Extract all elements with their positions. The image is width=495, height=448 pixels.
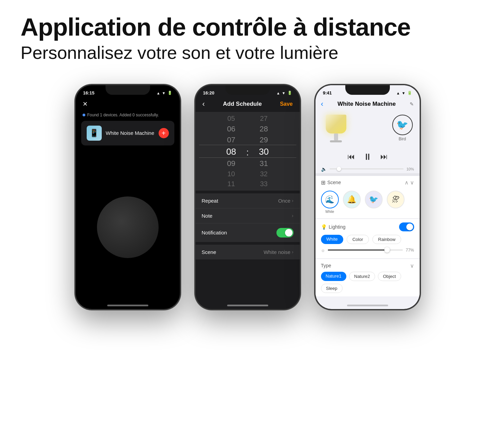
hour-08[interactable]: 08 bbox=[218, 146, 245, 158]
type-nature2-button[interactable]: Nature2 bbox=[349, 272, 375, 281]
color-color-button[interactable]: Color bbox=[347, 235, 369, 244]
minutes-column[interactable]: 27 28 29 30 31 32 33 bbox=[250, 114, 277, 189]
type-buttons: Nature1 Nature2 Object Sleep bbox=[321, 272, 414, 293]
battery-icon: 🔋 bbox=[407, 91, 412, 95]
phone-3: 9:41 ▲ ▼ 🔋 ‹ White Noise Machine ✎ bbox=[314, 84, 421, 310]
type-object-button[interactable]: Object bbox=[378, 272, 401, 281]
min-32[interactable]: 32 bbox=[250, 169, 277, 179]
hour-10[interactable]: 10 bbox=[218, 169, 245, 179]
scene-section-2: Scene White noise › bbox=[196, 245, 300, 259]
device-control-circle[interactable] bbox=[97, 196, 159, 258]
brightness-row: ☼ 77% bbox=[321, 246, 414, 255]
color-buttons: White Color Rainbow bbox=[321, 231, 414, 246]
lighting-label: Lighting bbox=[329, 224, 346, 230]
type-label: Type bbox=[321, 263, 331, 268]
note-value: › bbox=[292, 213, 294, 218]
scene-header: ⊞ Scene ∧ ∨ bbox=[321, 179, 414, 186]
found-devices-text: Found 1 devices. Added 0 successfully. bbox=[76, 111, 180, 121]
brightness-slider[interactable] bbox=[328, 249, 403, 251]
back-button[interactable]: ‹ bbox=[202, 100, 205, 108]
back-button[interactable]: ‹ bbox=[321, 100, 323, 108]
scene-section: ⊞ Scene ∧ ∨ 🌊 White bbox=[315, 176, 420, 218]
notification-row[interactable]: Notification bbox=[196, 223, 300, 242]
volume-slider[interactable] bbox=[330, 168, 404, 169]
scene-item-bird[interactable]: 🐦 bbox=[365, 191, 383, 214]
lighting-header: 💡 Lighting bbox=[321, 222, 414, 231]
signal-icon: ▲ bbox=[276, 91, 280, 95]
notification-label: Notification bbox=[202, 230, 227, 235]
brightness-pct: 77% bbox=[406, 248, 414, 253]
lighting-toggle[interactable] bbox=[399, 222, 414, 231]
battery-icon: 🔋 bbox=[287, 91, 292, 95]
scene-item-white[interactable]: 🌊 White bbox=[321, 191, 339, 214]
type-expand-icon[interactable]: ∨ bbox=[410, 263, 414, 269]
phone3-time: 9:41 bbox=[323, 90, 332, 95]
bulb-icon: 💡 bbox=[321, 224, 327, 230]
hour-07[interactable]: 07 bbox=[218, 135, 245, 145]
scene-icons-list: 🌊 White 🔔 🐦 ⛈ bbox=[321, 189, 414, 215]
signal-icon: ▲ bbox=[157, 91, 160, 95]
save-button[interactable]: Save bbox=[280, 101, 293, 107]
hour-05[interactable]: 05 bbox=[218, 114, 245, 123]
play-pause-button[interactable]: ⏸ bbox=[363, 152, 372, 162]
min-29[interactable]: 29 bbox=[250, 135, 277, 145]
min-33[interactable]: 33 bbox=[250, 179, 277, 189]
sound-icon[interactable]: 🐦 bbox=[392, 115, 413, 135]
scene-grid-icon: ⊞ bbox=[321, 179, 325, 186]
chevron-up-icon: ∧ bbox=[405, 179, 409, 186]
repeat-label: Repeat bbox=[202, 198, 218, 204]
hour-09[interactable]: 09 bbox=[218, 158, 245, 169]
color-rainbow-button[interactable]: Rainbow bbox=[372, 235, 401, 244]
sound-display: 🐦 Bird bbox=[315, 111, 420, 149]
chevron-down-icon: ∨ bbox=[410, 179, 414, 186]
scene-item-storm[interactable]: ⛈ bbox=[387, 191, 405, 214]
type-header: Type ∨ bbox=[321, 263, 414, 269]
scene-row[interactable]: Scene White noise › bbox=[196, 245, 300, 259]
scene-value: White noise › bbox=[263, 249, 293, 255]
scene-white-label: White bbox=[325, 210, 334, 214]
schedule-title: Add Schedule bbox=[223, 101, 262, 107]
type-nature1-button[interactable]: Nature1 bbox=[321, 272, 346, 281]
phone1-close-bar: ✕ bbox=[76, 98, 180, 111]
repeat-row[interactable]: Repeat Once › bbox=[196, 193, 300, 208]
scene-bell-icon: 🔔 bbox=[343, 191, 361, 208]
note-label: Note bbox=[202, 213, 213, 219]
home-indicator bbox=[107, 305, 148, 306]
phone-1-screen: 16:15 ▲ ▼ 🔋 ✕ Found 1 devices. Added 0 s… bbox=[76, 85, 180, 309]
phones-container: 16:15 ▲ ▼ 🔋 ✕ Found 1 devices. Added 0 s… bbox=[0, 71, 495, 331]
page-header: Application de contrôle à distance Perso… bbox=[0, 0, 495, 71]
prev-button[interactable]: ⏮ bbox=[347, 152, 355, 161]
edit-button[interactable]: ✎ bbox=[410, 101, 414, 107]
min-28[interactable]: 28 bbox=[250, 124, 277, 134]
time-picker[interactable]: 05 06 07 08 09 10 11 : 27 28 29 bbox=[196, 112, 300, 191]
phone-1: 16:15 ▲ ▼ 🔋 ✕ Found 1 devices. Added 0 s… bbox=[75, 84, 181, 310]
min-31[interactable]: 31 bbox=[250, 158, 277, 169]
scene-expand[interactable]: ∧ ∨ bbox=[405, 179, 414, 186]
chevron-icon: › bbox=[292, 249, 294, 255]
next-button[interactable]: ⏭ bbox=[380, 152, 388, 161]
min-27[interactable]: 27 bbox=[250, 114, 277, 123]
add-device-button[interactable]: + bbox=[159, 128, 169, 138]
notification-toggle[interactable] bbox=[276, 228, 294, 238]
hour-11[interactable]: 11 bbox=[218, 179, 245, 189]
color-white-button[interactable]: White bbox=[321, 235, 343, 244]
note-row[interactable]: Note › bbox=[196, 208, 300, 223]
close-button[interactable]: ✕ bbox=[83, 100, 88, 108]
type-sleep-button[interactable]: Sleep bbox=[321, 284, 343, 293]
playback-controls: ⏮ ⏸ ⏭ bbox=[315, 149, 420, 165]
phone2-status-icons: ▲ ▼ 🔋 bbox=[276, 91, 292, 95]
phone1-status-bar: 16:15 ▲ ▼ 🔋 bbox=[76, 85, 180, 98]
min-30[interactable]: 30 bbox=[250, 146, 277, 158]
hour-06[interactable]: 06 bbox=[218, 124, 245, 134]
device-card-left: 📱 White Noise Machine bbox=[87, 126, 154, 141]
scene-storm-icon: ⛈ bbox=[387, 191, 405, 208]
device-card[interactable]: 📱 White Noise Machine + bbox=[81, 121, 174, 145]
scene-item-bell[interactable]: 🔔 bbox=[343, 191, 361, 214]
lamp-visual bbox=[322, 115, 350, 145]
phone2-time: 16:20 bbox=[203, 90, 214, 95]
thin-divider-2 bbox=[315, 258, 420, 259]
repeat-value: Once › bbox=[278, 198, 294, 204]
hours-column[interactable]: 05 06 07 08 09 10 11 bbox=[218, 114, 245, 189]
circle-area bbox=[76, 145, 180, 309]
scene-label: ⊞ Scene bbox=[321, 179, 341, 186]
